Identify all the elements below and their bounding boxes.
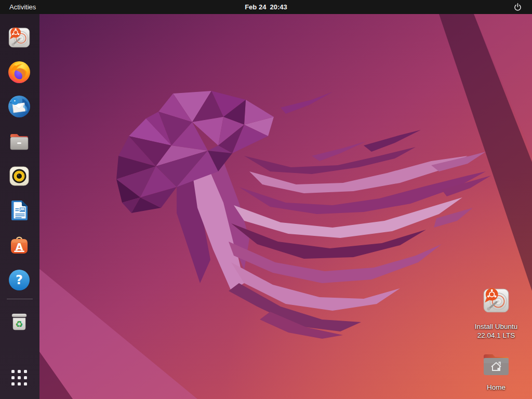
wallpaper-jellyfish [0, 14, 532, 399]
desktop-icon-label: Home [465, 383, 527, 392]
desktop-icon-install-ubuntu[interactable]: Install Ubuntu 22.04.1 LTS [465, 285, 527, 340]
files-icon [7, 129, 32, 154]
dock-item-thunderbird[interactable] [7, 94, 32, 119]
ubuntu-software-icon [7, 233, 32, 258]
help-icon [7, 268, 32, 292]
system-status-button[interactable] [509, 2, 527, 12]
desktop-icon-label: Install Ubuntu 22.04.1 LTS [465, 322, 527, 340]
dock-item-ubuntu-installer[interactable] [7, 25, 32, 50]
dock [0, 14, 39, 399]
desktop-icon-home[interactable]: Home [465, 351, 527, 392]
dock-item-firefox[interactable] [7, 60, 32, 85]
show-applications-button[interactable] [7, 364, 32, 391]
clock-button[interactable]: Feb 24 20:43 [240, 2, 292, 12]
thunderbird-icon [7, 94, 32, 119]
show-applications-icon [11, 370, 27, 385]
libreoffice-writer-icon [7, 198, 32, 223]
rhythmbox-icon [7, 164, 32, 189]
dock-item-ubuntu-software[interactable] [7, 233, 32, 258]
top-bar: Activities Feb 24 20:43 [0, 0, 532, 14]
dock-item-files[interactable] [7, 129, 32, 154]
dock-item-trash[interactable] [7, 309, 32, 334]
trash-icon [7, 309, 32, 334]
firefox-icon [7, 60, 32, 85]
power-icon [513, 3, 522, 11]
desktop-background[interactable]: Install Ubuntu 22.04.1 LTS Home [0, 14, 532, 399]
activities-button[interactable]: Activities [4, 2, 41, 12]
dock-item-help[interactable] [7, 268, 32, 292]
ubuntu-installer-icon [7, 25, 32, 50]
home-folder-icon [481, 351, 511, 378]
dock-item-libreoffice-writer[interactable] [7, 198, 32, 223]
dock-item-rhythmbox[interactable] [7, 164, 32, 189]
dock-separator [7, 299, 33, 299]
ubuntu-installer-icon [481, 285, 511, 315]
